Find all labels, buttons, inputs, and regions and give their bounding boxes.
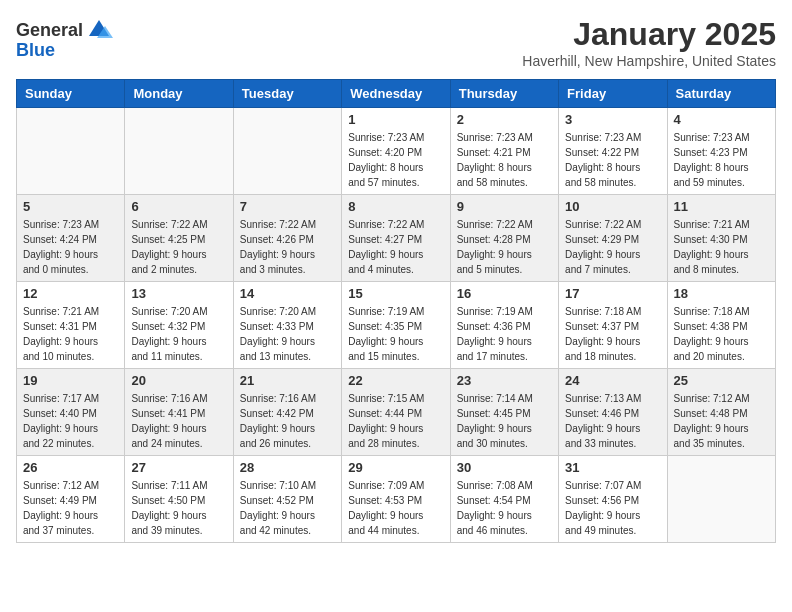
day-cell: 5Sunrise: 7:23 AM Sunset: 4:24 PM Daylig… [17,195,125,282]
day-number: 23 [457,373,552,388]
day-number: 5 [23,199,118,214]
logo-icon [85,16,113,44]
day-cell: 23Sunrise: 7:14 AM Sunset: 4:45 PM Dayli… [450,369,558,456]
weekday-header-wednesday: Wednesday [342,80,450,108]
day-number: 2 [457,112,552,127]
day-number: 20 [131,373,226,388]
day-number: 14 [240,286,335,301]
week-row-5: 26Sunrise: 7:12 AM Sunset: 4:49 PM Dayli… [17,456,776,543]
day-info: Sunrise: 7:07 AM Sunset: 4:56 PM Dayligh… [565,478,660,538]
day-number: 11 [674,199,769,214]
weekday-header-tuesday: Tuesday [233,80,341,108]
day-cell: 13Sunrise: 7:20 AM Sunset: 4:32 PM Dayli… [125,282,233,369]
day-info: Sunrise: 7:14 AM Sunset: 4:45 PM Dayligh… [457,391,552,451]
day-info: Sunrise: 7:16 AM Sunset: 4:41 PM Dayligh… [131,391,226,451]
day-info: Sunrise: 7:11 AM Sunset: 4:50 PM Dayligh… [131,478,226,538]
weekday-header-saturday: Saturday [667,80,775,108]
weekday-header-sunday: Sunday [17,80,125,108]
location-text: Haverhill, New Hampshire, United States [522,53,776,69]
day-number: 16 [457,286,552,301]
day-number: 15 [348,286,443,301]
day-cell: 7Sunrise: 7:22 AM Sunset: 4:26 PM Daylig… [233,195,341,282]
day-cell: 18Sunrise: 7:18 AM Sunset: 4:38 PM Dayli… [667,282,775,369]
day-info: Sunrise: 7:22 AM Sunset: 4:26 PM Dayligh… [240,217,335,277]
day-info: Sunrise: 7:18 AM Sunset: 4:38 PM Dayligh… [674,304,769,364]
day-number: 27 [131,460,226,475]
day-info: Sunrise: 7:20 AM Sunset: 4:33 PM Dayligh… [240,304,335,364]
day-number: 28 [240,460,335,475]
day-cell: 26Sunrise: 7:12 AM Sunset: 4:49 PM Dayli… [17,456,125,543]
week-row-1: 1Sunrise: 7:23 AM Sunset: 4:20 PM Daylig… [17,108,776,195]
weekday-header-row: SundayMondayTuesdayWednesdayThursdayFrid… [17,80,776,108]
day-cell: 28Sunrise: 7:10 AM Sunset: 4:52 PM Dayli… [233,456,341,543]
day-cell: 25Sunrise: 7:12 AM Sunset: 4:48 PM Dayli… [667,369,775,456]
day-number: 4 [674,112,769,127]
day-cell: 19Sunrise: 7:17 AM Sunset: 4:40 PM Dayli… [17,369,125,456]
day-cell: 14Sunrise: 7:20 AM Sunset: 4:33 PM Dayli… [233,282,341,369]
day-number: 17 [565,286,660,301]
day-cell: 21Sunrise: 7:16 AM Sunset: 4:42 PM Dayli… [233,369,341,456]
day-number: 24 [565,373,660,388]
day-cell: 3Sunrise: 7:23 AM Sunset: 4:22 PM Daylig… [559,108,667,195]
day-number: 6 [131,199,226,214]
day-info: Sunrise: 7:22 AM Sunset: 4:25 PM Dayligh… [131,217,226,277]
week-row-4: 19Sunrise: 7:17 AM Sunset: 4:40 PM Dayli… [17,369,776,456]
weekday-header-monday: Monday [125,80,233,108]
day-info: Sunrise: 7:09 AM Sunset: 4:53 PM Dayligh… [348,478,443,538]
day-number: 18 [674,286,769,301]
day-info: Sunrise: 7:19 AM Sunset: 4:36 PM Dayligh… [457,304,552,364]
day-number: 10 [565,199,660,214]
day-cell: 10Sunrise: 7:22 AM Sunset: 4:29 PM Dayli… [559,195,667,282]
day-info: Sunrise: 7:23 AM Sunset: 4:24 PM Dayligh… [23,217,118,277]
day-info: Sunrise: 7:13 AM Sunset: 4:46 PM Dayligh… [565,391,660,451]
week-row-3: 12Sunrise: 7:21 AM Sunset: 4:31 PM Dayli… [17,282,776,369]
day-info: Sunrise: 7:22 AM Sunset: 4:27 PM Dayligh… [348,217,443,277]
day-number: 12 [23,286,118,301]
day-cell: 27Sunrise: 7:11 AM Sunset: 4:50 PM Dayli… [125,456,233,543]
day-info: Sunrise: 7:08 AM Sunset: 4:54 PM Dayligh… [457,478,552,538]
weekday-header-friday: Friday [559,80,667,108]
day-info: Sunrise: 7:23 AM Sunset: 4:23 PM Dayligh… [674,130,769,190]
day-info: Sunrise: 7:23 AM Sunset: 4:21 PM Dayligh… [457,130,552,190]
day-info: Sunrise: 7:23 AM Sunset: 4:20 PM Dayligh… [348,130,443,190]
day-info: Sunrise: 7:18 AM Sunset: 4:37 PM Dayligh… [565,304,660,364]
day-info: Sunrise: 7:10 AM Sunset: 4:52 PM Dayligh… [240,478,335,538]
day-cell: 11Sunrise: 7:21 AM Sunset: 4:30 PM Dayli… [667,195,775,282]
day-cell: 1Sunrise: 7:23 AM Sunset: 4:20 PM Daylig… [342,108,450,195]
day-cell [125,108,233,195]
day-cell [667,456,775,543]
day-number: 9 [457,199,552,214]
day-cell: 22Sunrise: 7:15 AM Sunset: 4:44 PM Dayli… [342,369,450,456]
week-row-2: 5Sunrise: 7:23 AM Sunset: 4:24 PM Daylig… [17,195,776,282]
day-info: Sunrise: 7:19 AM Sunset: 4:35 PM Dayligh… [348,304,443,364]
day-number: 7 [240,199,335,214]
day-number: 13 [131,286,226,301]
logo: General Blue [16,16,113,61]
calendar-table: SundayMondayTuesdayWednesdayThursdayFrid… [16,79,776,543]
day-number: 3 [565,112,660,127]
day-number: 19 [23,373,118,388]
day-cell: 31Sunrise: 7:07 AM Sunset: 4:56 PM Dayli… [559,456,667,543]
logo-general-text: General [16,20,83,41]
day-number: 29 [348,460,443,475]
day-info: Sunrise: 7:17 AM Sunset: 4:40 PM Dayligh… [23,391,118,451]
day-info: Sunrise: 7:20 AM Sunset: 4:32 PM Dayligh… [131,304,226,364]
day-number: 1 [348,112,443,127]
weekday-header-thursday: Thursday [450,80,558,108]
day-cell: 2Sunrise: 7:23 AM Sunset: 4:21 PM Daylig… [450,108,558,195]
day-cell [17,108,125,195]
day-number: 8 [348,199,443,214]
day-cell: 9Sunrise: 7:22 AM Sunset: 4:28 PM Daylig… [450,195,558,282]
month-title: January 2025 [522,16,776,53]
day-info: Sunrise: 7:21 AM Sunset: 4:30 PM Dayligh… [674,217,769,277]
day-cell: 4Sunrise: 7:23 AM Sunset: 4:23 PM Daylig… [667,108,775,195]
day-cell: 15Sunrise: 7:19 AM Sunset: 4:35 PM Dayli… [342,282,450,369]
day-info: Sunrise: 7:12 AM Sunset: 4:49 PM Dayligh… [23,478,118,538]
day-info: Sunrise: 7:12 AM Sunset: 4:48 PM Dayligh… [674,391,769,451]
day-number: 25 [674,373,769,388]
day-cell: 30Sunrise: 7:08 AM Sunset: 4:54 PM Dayli… [450,456,558,543]
day-cell: 12Sunrise: 7:21 AM Sunset: 4:31 PM Dayli… [17,282,125,369]
day-info: Sunrise: 7:22 AM Sunset: 4:28 PM Dayligh… [457,217,552,277]
day-number: 30 [457,460,552,475]
day-number: 21 [240,373,335,388]
